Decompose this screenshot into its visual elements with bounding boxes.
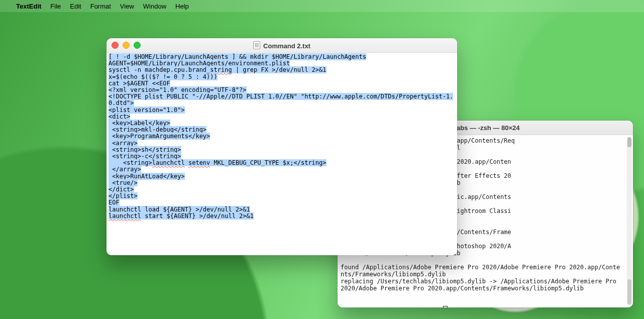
textedit-line[interactable]: </plist> <box>109 192 138 199</box>
textedit-line[interactable]: <!DOCTYPE plist PUBLIC "-//Apple//DTD PL… <box>109 93 453 107</box>
menu-edit[interactable]: Edit <box>70 3 81 10</box>
textedit-line[interactable]: sysctl -n machdep.cpu.brand_string | gre… <box>109 66 327 73</box>
textedit-line[interactable]: launchctl start ${AGENT} >/dev/null 2>&1 <box>109 212 254 220</box>
textedit-line[interactable]: <plist version="1.0"> <box>109 107 185 114</box>
textedit-line[interactable]: <string>mkl-debug</string> <box>109 126 206 133</box>
textedit-line[interactable]: <key>RunAtLoad</key> <box>109 173 185 180</box>
terminal-scrollbar[interactable] <box>627 137 632 305</box>
textedit-line[interactable]: <key>Label</key> <box>109 120 170 127</box>
zoom-button[interactable] <box>134 42 141 49</box>
terminal-prompt-line[interactable]: techlabs@Techs-iMac-Pro ~ % <box>341 306 630 307</box>
textedit-line[interactable]: <string>sh</string> <box>109 146 181 153</box>
document-icon <box>253 41 260 49</box>
menu-view[interactable]: View <box>120 3 134 10</box>
textedit-line[interactable]: [ ! -d $HOME/Library/LaunchAgents ] && m… <box>109 53 366 60</box>
close-button[interactable] <box>112 42 119 49</box>
textedit-line[interactable]: </array> <box>109 166 141 173</box>
menu-format[interactable]: Format <box>90 3 111 10</box>
menu-window[interactable]: Window <box>143 3 166 10</box>
scrollbar-thumb-top[interactable] <box>627 137 631 147</box>
textedit-content[interactable]: [ ! -d $HOME/Library/LaunchAgents ] && m… <box>106 53 457 221</box>
textedit-line[interactable]: <array> <box>109 140 138 147</box>
textedit-line[interactable]: <?xml version="1.0" encoding="UTF-8"?> <box>109 86 247 93</box>
terminal-cursor <box>443 306 448 307</box>
menubar: TextEdit File Edit Format View Window He… <box>0 0 644 12</box>
textedit-line[interactable]: <true/> <box>109 179 138 186</box>
textedit-title: Command 2.txt <box>263 42 310 50</box>
textedit-line[interactable]: launchctl load ${AGENT} >/dev/null 2>&1 <box>109 206 250 213</box>
terminal-prompt: techlabs@Techs-iMac-Pro ~ % <box>341 307 442 307</box>
textedit-titlebar[interactable]: Command 2.txt <box>106 38 457 53</box>
textedit-line[interactable]: cat >$AGENT <<EOF <box>109 80 170 87</box>
textedit-line[interactable]: </dict> <box>109 186 134 193</box>
textedit-line[interactable]: x=$(echo $(($? != 0 ? 5 : 4))) <box>109 73 218 80</box>
textedit-line[interactable]: <dict> <box>109 113 130 120</box>
menu-help[interactable]: Help <box>175 3 189 10</box>
scrollbar-thumb-bottom[interactable] <box>627 279 631 304</box>
textedit-line[interactable]: EOF <box>109 199 120 206</box>
app-name[interactable]: TextEdit <box>16 3 41 10</box>
minimize-button[interactable] <box>123 42 130 49</box>
textedit-line[interactable]: <string>launchctl setenv MKL_DEBUG_CPU_T… <box>109 159 327 166</box>
textedit-line[interactable]: AGENT=$HOME/Library/LaunchAgents/environ… <box>109 60 290 67</box>
menu-file[interactable]: File <box>50 3 61 10</box>
textedit-line[interactable]: <key>ProgramArguments</key> <box>109 133 210 140</box>
textedit-line[interactable]: <string>-c</string> <box>109 153 181 160</box>
textedit-window[interactable]: Command 2.txt [ ! -d $HOME/Library/Launc… <box>106 38 457 255</box>
textedit-body[interactable]: [ ! -d $HOME/Library/LaunchAgents ] && m… <box>106 53 457 255</box>
terminal-title: hlabs — -zsh — 80×24 <box>451 124 520 132</box>
